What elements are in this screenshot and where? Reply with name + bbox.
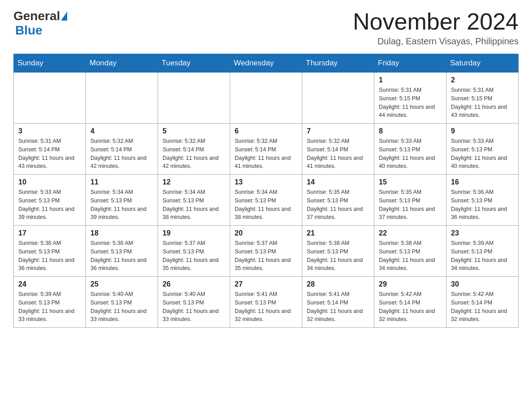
- day-number: 9: [451, 127, 514, 135]
- day-info: Sunrise: 5:38 AM Sunset: 5:13 PM Dayligh…: [307, 239, 369, 273]
- calendar-cell: 15Sunrise: 5:35 AM Sunset: 5:13 PM Dayli…: [374, 175, 446, 226]
- page-header: General Blue November 2024 Dulag, Easter…: [13, 9, 519, 47]
- logo-general-text: General: [13, 9, 60, 23]
- day-number: 5: [163, 127, 225, 135]
- day-number: 23: [451, 229, 514, 237]
- day-info: Sunrise: 5:32 AM Sunset: 5:14 PM Dayligh…: [90, 137, 153, 171]
- day-info: Sunrise: 5:35 AM Sunset: 5:13 PM Dayligh…: [307, 188, 369, 222]
- day-info: Sunrise: 5:41 AM Sunset: 5:14 PM Dayligh…: [307, 290, 369, 324]
- day-info: Sunrise: 5:31 AM Sunset: 5:14 PM Dayligh…: [18, 137, 81, 171]
- day-info: Sunrise: 5:42 AM Sunset: 5:14 PM Dayligh…: [451, 290, 514, 324]
- day-number: 20: [235, 229, 297, 237]
- day-info: Sunrise: 5:42 AM Sunset: 5:14 PM Dayligh…: [379, 290, 442, 324]
- calendar-cell: 2Sunrise: 5:31 AM Sunset: 5:15 PM Daylig…: [446, 73, 519, 124]
- calendar-cell: 28Sunrise: 5:41 AM Sunset: 5:14 PM Dayli…: [302, 277, 374, 328]
- day-info: Sunrise: 5:41 AM Sunset: 5:13 PM Dayligh…: [235, 290, 297, 324]
- day-info: Sunrise: 5:40 AM Sunset: 5:13 PM Dayligh…: [163, 290, 225, 324]
- calendar-cell: 16Sunrise: 5:36 AM Sunset: 5:13 PM Dayli…: [446, 175, 519, 226]
- logo-triangle-icon: [61, 12, 67, 21]
- day-number: 30: [451, 280, 514, 288]
- column-header-saturday: Saturday: [446, 54, 519, 73]
- day-number: 25: [90, 280, 153, 288]
- calendar-cell: 29Sunrise: 5:42 AM Sunset: 5:14 PM Dayli…: [374, 277, 446, 328]
- calendar-week-row: 1Sunrise: 5:31 AM Sunset: 5:15 PM Daylig…: [14, 73, 519, 124]
- calendar-cell: 13Sunrise: 5:34 AM Sunset: 5:13 PM Dayli…: [230, 175, 302, 226]
- calendar-cell: 9Sunrise: 5:33 AM Sunset: 5:13 PM Daylig…: [446, 124, 519, 175]
- calendar-cell: [86, 73, 158, 124]
- day-info: Sunrise: 5:39 AM Sunset: 5:13 PM Dayligh…: [18, 290, 81, 324]
- calendar-week-row: 10Sunrise: 5:33 AM Sunset: 5:13 PM Dayli…: [14, 175, 519, 226]
- calendar-cell: 20Sunrise: 5:37 AM Sunset: 5:13 PM Dayli…: [230, 226, 302, 277]
- calendar-cell: 6Sunrise: 5:32 AM Sunset: 5:14 PM Daylig…: [230, 124, 302, 175]
- day-info: Sunrise: 5:33 AM Sunset: 5:13 PM Dayligh…: [379, 137, 442, 171]
- calendar-cell: 26Sunrise: 5:40 AM Sunset: 5:13 PM Dayli…: [158, 277, 230, 328]
- day-number: 16: [451, 178, 514, 186]
- title-area: November 2024 Dulag, Eastern Visayas, Ph…: [353, 9, 519, 47]
- day-number: 13: [235, 178, 297, 186]
- day-number: 7: [307, 127, 369, 135]
- day-info: Sunrise: 5:36 AM Sunset: 5:13 PM Dayligh…: [18, 239, 81, 273]
- calendar-week-row: 24Sunrise: 5:39 AM Sunset: 5:13 PM Dayli…: [14, 277, 519, 328]
- day-number: 2: [451, 76, 514, 84]
- day-info: Sunrise: 5:37 AM Sunset: 5:13 PM Dayligh…: [235, 239, 297, 273]
- day-info: Sunrise: 5:34 AM Sunset: 5:13 PM Dayligh…: [235, 188, 297, 222]
- day-info: Sunrise: 5:31 AM Sunset: 5:15 PM Dayligh…: [379, 86, 442, 120]
- day-number: 8: [379, 127, 442, 135]
- calendar-cell: 21Sunrise: 5:38 AM Sunset: 5:13 PM Dayli…: [302, 226, 374, 277]
- calendar-cell: 11Sunrise: 5:34 AM Sunset: 5:13 PM Dayli…: [86, 175, 158, 226]
- day-info: Sunrise: 5:33 AM Sunset: 5:13 PM Dayligh…: [18, 188, 81, 222]
- column-header-friday: Friday: [374, 54, 446, 73]
- day-number: 28: [307, 280, 369, 288]
- day-info: Sunrise: 5:37 AM Sunset: 5:13 PM Dayligh…: [163, 239, 225, 273]
- column-header-tuesday: Tuesday: [158, 54, 230, 73]
- day-info: Sunrise: 5:36 AM Sunset: 5:13 PM Dayligh…: [90, 239, 153, 273]
- column-header-thursday: Thursday: [302, 54, 374, 73]
- day-number: 24: [18, 280, 81, 288]
- day-info: Sunrise: 5:35 AM Sunset: 5:13 PM Dayligh…: [379, 188, 442, 222]
- calendar-cell: 18Sunrise: 5:36 AM Sunset: 5:13 PM Dayli…: [86, 226, 158, 277]
- day-number: 6: [235, 127, 297, 135]
- day-info: Sunrise: 5:33 AM Sunset: 5:13 PM Dayligh…: [451, 137, 514, 171]
- calendar-cell: 7Sunrise: 5:32 AM Sunset: 5:14 PM Daylig…: [302, 124, 374, 175]
- day-info: Sunrise: 5:34 AM Sunset: 5:13 PM Dayligh…: [163, 188, 225, 222]
- day-number: 3: [18, 127, 81, 135]
- day-number: 11: [90, 178, 153, 186]
- calendar-cell: 12Sunrise: 5:34 AM Sunset: 5:13 PM Dayli…: [158, 175, 230, 226]
- day-info: Sunrise: 5:32 AM Sunset: 5:14 PM Dayligh…: [163, 137, 225, 171]
- day-number: 14: [307, 178, 369, 186]
- day-number: 18: [90, 229, 153, 237]
- calendar-cell: 17Sunrise: 5:36 AM Sunset: 5:13 PM Dayli…: [14, 226, 86, 277]
- calendar-cell: 8Sunrise: 5:33 AM Sunset: 5:13 PM Daylig…: [374, 124, 446, 175]
- calendar-cell: [302, 73, 374, 124]
- day-info: Sunrise: 5:39 AM Sunset: 5:13 PM Dayligh…: [451, 239, 514, 273]
- calendar-cell: 14Sunrise: 5:35 AM Sunset: 5:13 PM Dayli…: [302, 175, 374, 226]
- calendar-cell: 24Sunrise: 5:39 AM Sunset: 5:13 PM Dayli…: [14, 277, 86, 328]
- day-info: Sunrise: 5:36 AM Sunset: 5:13 PM Dayligh…: [451, 188, 514, 222]
- day-number: 12: [163, 178, 225, 186]
- calendar-cell: 27Sunrise: 5:41 AM Sunset: 5:13 PM Dayli…: [230, 277, 302, 328]
- day-info: Sunrise: 5:32 AM Sunset: 5:14 PM Dayligh…: [235, 137, 297, 171]
- logo-area: General Blue: [13, 9, 67, 38]
- day-number: 21: [307, 229, 369, 237]
- calendar-cell: [230, 73, 302, 124]
- column-header-wednesday: Wednesday: [230, 54, 302, 73]
- calendar-cell: 3Sunrise: 5:31 AM Sunset: 5:14 PM Daylig…: [14, 124, 86, 175]
- day-info: Sunrise: 5:32 AM Sunset: 5:14 PM Dayligh…: [307, 137, 369, 171]
- calendar-cell: 10Sunrise: 5:33 AM Sunset: 5:13 PM Dayli…: [14, 175, 86, 226]
- day-number: 19: [163, 229, 225, 237]
- calendar-cell: 23Sunrise: 5:39 AM Sunset: 5:13 PM Dayli…: [446, 226, 519, 277]
- day-number: 27: [235, 280, 297, 288]
- calendar-cell: 4Sunrise: 5:32 AM Sunset: 5:14 PM Daylig…: [86, 124, 158, 175]
- day-number: 29: [379, 280, 442, 288]
- column-header-monday: Monday: [86, 54, 158, 73]
- calendar-cell: 25Sunrise: 5:40 AM Sunset: 5:13 PM Dayli…: [86, 277, 158, 328]
- column-header-sunday: Sunday: [14, 54, 86, 73]
- calendar-cell: [14, 73, 86, 124]
- day-number: 22: [379, 229, 442, 237]
- day-info: Sunrise: 5:40 AM Sunset: 5:13 PM Dayligh…: [90, 290, 153, 324]
- logo: General: [13, 9, 67, 23]
- calendar-cell: 1Sunrise: 5:31 AM Sunset: 5:15 PM Daylig…: [374, 73, 446, 124]
- day-number: 4: [90, 127, 153, 135]
- calendar-cell: 30Sunrise: 5:42 AM Sunset: 5:14 PM Dayli…: [446, 277, 519, 328]
- calendar-cell: 19Sunrise: 5:37 AM Sunset: 5:13 PM Dayli…: [158, 226, 230, 277]
